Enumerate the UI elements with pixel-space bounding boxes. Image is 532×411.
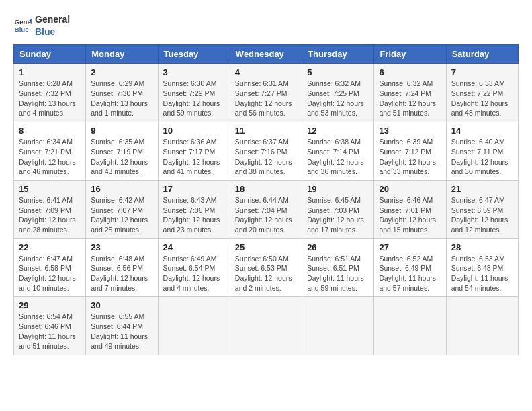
day-info: Sunrise: 6:33 AMSunset: 7:22 PMDaylight:… (451, 79, 513, 118)
calendar-day-4: 4Sunrise: 6:31 AMSunset: 7:27 PMDaylight… (230, 64, 302, 122)
day-number: 19 (307, 184, 369, 194)
day-number: 22 (19, 242, 81, 253)
day-number: 12 (307, 126, 369, 136)
calendar-day-22: 22Sunrise: 6:47 AMSunset: 6:58 PMDayligh… (14, 238, 86, 297)
calendar-day-21: 21Sunrise: 6:47 AMSunset: 6:59 PMDayligh… (446, 180, 518, 238)
day-info: Sunrise: 6:40 AMSunset: 7:11 PMDaylight:… (451, 137, 513, 177)
calendar-header-wednesday: Wednesday (230, 45, 302, 64)
calendar-day-30: 30Sunrise: 6:55 AMSunset: 6:44 PMDayligh… (86, 297, 158, 355)
day-number: 7 (451, 67, 513, 77)
day-number: 3 (163, 67, 225, 77)
day-info: Sunrise: 6:48 AMSunset: 6:56 PMDaylight:… (91, 254, 152, 293)
day-info: Sunrise: 6:50 AMSunset: 6:53 PMDaylight:… (235, 254, 297, 293)
calendar-header-row: SundayMondayTuesdayWednesdayThursdayFrid… (14, 45, 519, 64)
calendar-day-7: 7Sunrise: 6:33 AMSunset: 7:22 PMDaylight… (446, 64, 518, 122)
calendar-week-4: 22Sunrise: 6:47 AMSunset: 6:58 PMDayligh… (14, 238, 519, 297)
calendar-day-12: 12Sunrise: 6:38 AMSunset: 7:14 PMDayligh… (302, 122, 374, 181)
day-number: 4 (235, 67, 297, 77)
day-number: 17 (163, 184, 225, 194)
calendar-day-10: 10Sunrise: 6:36 AMSunset: 7:17 PMDayligh… (158, 122, 230, 181)
calendar-day-1: 1Sunrise: 6:28 AMSunset: 7:32 PMDaylight… (14, 64, 86, 122)
day-info: Sunrise: 6:37 AMSunset: 7:16 PMDaylight:… (235, 137, 297, 177)
calendar-week-1: 1Sunrise: 6:28 AMSunset: 7:32 PMDaylight… (14, 64, 519, 122)
day-number: 8 (19, 126, 81, 136)
page-header: General Blue General Blue (13, 13, 519, 38)
day-number: 28 (451, 242, 513, 253)
calendar-header-thursday: Thursday (302, 45, 374, 64)
calendar-header-friday: Friday (374, 45, 446, 64)
day-info: Sunrise: 6:47 AMSunset: 6:59 PMDaylight:… (451, 195, 513, 235)
day-number: 10 (163, 126, 225, 136)
calendar-day-18: 18Sunrise: 6:44 AMSunset: 7:04 PMDayligh… (230, 180, 302, 238)
day-number: 11 (235, 126, 297, 136)
calendar-day-17: 17Sunrise: 6:43 AMSunset: 7:06 PMDayligh… (158, 180, 230, 238)
calendar-day-2: 2Sunrise: 6:29 AMSunset: 7:30 PMDaylight… (86, 64, 158, 122)
calendar-day-3: 3Sunrise: 6:30 AMSunset: 7:29 PMDaylight… (158, 64, 230, 122)
day-info: Sunrise: 6:42 AMSunset: 7:07 PMDaylight:… (91, 195, 152, 235)
calendar-day-29: 29Sunrise: 6:54 AMSunset: 6:46 PMDayligh… (14, 297, 86, 355)
calendar-day-26: 26Sunrise: 6:51 AMSunset: 6:51 PMDayligh… (302, 238, 374, 297)
day-number: 23 (91, 242, 152, 253)
calendar-day-16: 16Sunrise: 6:42 AMSunset: 7:07 PMDayligh… (86, 180, 158, 238)
day-number: 16 (91, 184, 152, 194)
calendar-day-24: 24Sunrise: 6:49 AMSunset: 6:54 PMDayligh… (158, 238, 230, 297)
day-info: Sunrise: 6:39 AMSunset: 7:12 PMDaylight:… (379, 137, 441, 177)
day-number: 9 (91, 126, 152, 136)
day-number: 26 (307, 242, 369, 253)
day-info: Sunrise: 6:54 AMSunset: 6:46 PMDaylight:… (19, 312, 81, 351)
day-number: 20 (379, 184, 441, 194)
day-info: Sunrise: 6:55 AMSunset: 6:44 PMDaylight:… (91, 312, 152, 351)
day-number: 2 (91, 67, 152, 77)
day-info: Sunrise: 6:47 AMSunset: 6:58 PMDaylight:… (19, 254, 81, 293)
day-info: Sunrise: 6:28 AMSunset: 7:32 PMDaylight:… (19, 79, 81, 118)
day-info: Sunrise: 6:46 AMSunset: 7:01 PMDaylight:… (379, 195, 441, 235)
calendar-day-14: 14Sunrise: 6:40 AMSunset: 7:11 PMDayligh… (446, 122, 518, 181)
calendar-week-2: 8Sunrise: 6:34 AMSunset: 7:21 PMDaylight… (14, 122, 519, 181)
day-info: Sunrise: 6:51 AMSunset: 6:51 PMDaylight:… (307, 254, 369, 293)
day-number: 27 (379, 242, 441, 253)
calendar-header-sunday: Sunday (14, 45, 86, 64)
calendar-day-27: 27Sunrise: 6:52 AMSunset: 6:49 PMDayligh… (374, 238, 446, 297)
calendar-header-monday: Monday (86, 45, 158, 64)
calendar-table: SundayMondayTuesdayWednesdayThursdayFrid… (13, 44, 519, 355)
calendar-day-19: 19Sunrise: 6:45 AMSunset: 7:03 PMDayligh… (302, 180, 374, 238)
empty-cell (158, 297, 230, 355)
calendar-header-tuesday: Tuesday (158, 45, 230, 64)
calendar-day-13: 13Sunrise: 6:39 AMSunset: 7:12 PMDayligh… (374, 122, 446, 181)
day-info: Sunrise: 6:30 AMSunset: 7:29 PMDaylight:… (163, 79, 225, 118)
calendar-day-5: 5Sunrise: 6:32 AMSunset: 7:25 PMDaylight… (302, 64, 374, 122)
calendar-day-9: 9Sunrise: 6:35 AMSunset: 7:19 PMDaylight… (86, 122, 158, 181)
day-info: Sunrise: 6:49 AMSunset: 6:54 PMDaylight:… (163, 254, 225, 293)
day-info: Sunrise: 6:52 AMSunset: 6:49 PMDaylight:… (379, 254, 441, 293)
empty-cell (302, 297, 374, 355)
day-number: 5 (307, 67, 369, 77)
logo-icon: General Blue (13, 16, 32, 35)
logo-text: General Blue (35, 13, 70, 38)
calendar-day-11: 11Sunrise: 6:37 AMSunset: 7:16 PMDayligh… (230, 122, 302, 181)
calendar-day-28: 28Sunrise: 6:53 AMSunset: 6:48 PMDayligh… (446, 238, 518, 297)
calendar-day-20: 20Sunrise: 6:46 AMSunset: 7:01 PMDayligh… (374, 180, 446, 238)
calendar-week-5: 29Sunrise: 6:54 AMSunset: 6:46 PMDayligh… (14, 297, 519, 355)
day-info: Sunrise: 6:34 AMSunset: 7:21 PMDaylight:… (19, 137, 81, 177)
day-info: Sunrise: 6:38 AMSunset: 7:14 PMDaylight:… (307, 137, 369, 177)
day-number: 14 (451, 126, 513, 136)
svg-text:Blue: Blue (15, 26, 29, 33)
empty-cell (446, 297, 518, 355)
calendar-day-23: 23Sunrise: 6:48 AMSunset: 6:56 PMDayligh… (86, 238, 158, 297)
day-number: 15 (19, 184, 81, 194)
day-info: Sunrise: 6:44 AMSunset: 7:04 PMDaylight:… (235, 195, 297, 235)
day-info: Sunrise: 6:53 AMSunset: 6:48 PMDaylight:… (451, 254, 513, 293)
calendar-day-6: 6Sunrise: 6:32 AMSunset: 7:24 PMDaylight… (374, 64, 446, 122)
day-number: 30 (91, 300, 152, 310)
svg-text:General: General (15, 18, 32, 26)
day-number: 25 (235, 242, 297, 253)
day-info: Sunrise: 6:43 AMSunset: 7:06 PMDaylight:… (163, 195, 225, 235)
empty-cell (374, 297, 446, 355)
day-info: Sunrise: 6:29 AMSunset: 7:30 PMDaylight:… (91, 79, 152, 118)
calendar-day-8: 8Sunrise: 6:34 AMSunset: 7:21 PMDaylight… (14, 122, 86, 181)
day-info: Sunrise: 6:31 AMSunset: 7:27 PMDaylight:… (235, 79, 297, 118)
day-info: Sunrise: 6:45 AMSunset: 7:03 PMDaylight:… (307, 195, 369, 235)
day-number: 21 (451, 184, 513, 194)
calendar-header-saturday: Saturday (446, 45, 518, 64)
logo: General Blue General Blue (13, 13, 70, 38)
